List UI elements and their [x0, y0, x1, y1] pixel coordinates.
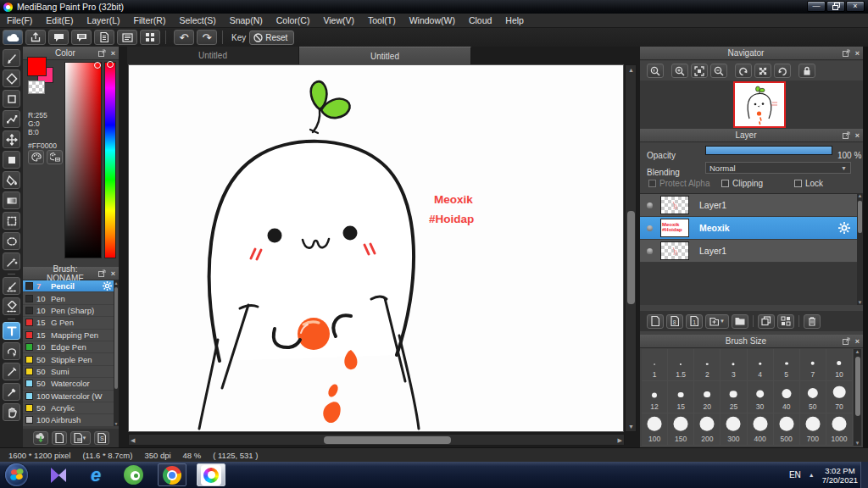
zoom-in-button[interactable]	[671, 64, 688, 78]
blending-dropdown[interactable]: Normal ▼	[705, 162, 851, 174]
saturation-value-box[interactable]	[64, 62, 102, 258]
brush-size-1000[interactable]: 1000	[826, 413, 853, 446]
brush-size-2[interactable]: 2	[694, 349, 721, 381]
layer-row-layer1[interactable]: Layer1	[640, 194, 857, 217]
canvas[interactable]: Meoxik #Hoidap	[128, 64, 624, 432]
brush-item-sumi[interactable]: 50Sumi	[23, 366, 114, 378]
rotate-left-button[interactable]	[735, 64, 752, 78]
menu-cloud[interactable]: Cloud	[462, 14, 498, 27]
publish-button[interactable]	[25, 30, 46, 45]
menu-tool[interactable]: Tool(T)	[361, 14, 403, 27]
pen-tool[interactable]	[3, 49, 20, 67]
clock[interactable]: 3:02 PM 7/20/2021	[822, 466, 858, 485]
layer-visibility-dot[interactable]	[647, 202, 653, 208]
brush-size-50[interactable]: 50	[800, 381, 826, 413]
brush-size-500[interactable]: 500	[774, 413, 800, 446]
close-icon[interactable]: ×	[852, 49, 863, 58]
zoom-out-button[interactable]	[710, 64, 727, 78]
move-tool[interactable]	[3, 130, 20, 148]
gear-icon[interactable]	[103, 281, 112, 291]
tab-untitled-2[interactable]: Untitled	[299, 47, 471, 64]
lock-checkbox[interactable]: Lock	[794, 179, 823, 188]
brush-item-g-pen[interactable]: 15G Pen	[23, 317, 114, 329]
hand-tool[interactable]	[3, 403, 20, 421]
bucket-tool[interactable]	[3, 171, 20, 189]
comment-list-button[interactable]	[71, 30, 92, 45]
brush-size-5[interactable]: 5	[774, 349, 800, 381]
reset-rotation-button[interactable]	[754, 64, 771, 78]
polyline-tool[interactable]	[3, 110, 20, 128]
start-button[interactable]	[5, 463, 28, 486]
operation-tool[interactable]	[3, 342, 20, 360]
hue-cursor[interactable]	[107, 61, 114, 68]
menu-layer[interactable]: Layer(L)	[80, 14, 126, 27]
new-8bit-layer-button[interactable]: 8	[666, 314, 683, 329]
sv-cursor[interactable]	[94, 62, 101, 69]
shape-brush-tool[interactable]	[3, 90, 20, 108]
popout-icon[interactable]	[841, 337, 852, 345]
menu-help[interactable]: Help	[498, 14, 531, 27]
layer-visibility-dot[interactable]	[647, 248, 653, 254]
menu-snap[interactable]: Snap(N)	[223, 14, 270, 27]
restore-button[interactable]	[826, 1, 845, 12]
hue-bar[interactable]	[104, 62, 116, 258]
protect-alpha-checkbox[interactable]: Protect Alpha	[648, 179, 709, 188]
palette-add-button[interactable]	[47, 150, 63, 164]
menu-filter[interactable]: Filter(R)	[127, 14, 173, 27]
taskbar-ie-icon[interactable]: e	[81, 463, 110, 486]
brush-size-1[interactable]: 1	[642, 349, 668, 381]
brush-item-pencil[interactable]: 7Pencil	[23, 280, 114, 292]
duplicate-layer-button[interactable]	[758, 314, 775, 329]
brush-size-700[interactable]: 700	[800, 413, 826, 446]
brush-script-button[interactable]: S	[94, 431, 109, 445]
layer-visibility-dot[interactable]	[647, 225, 653, 231]
taskbar-chrome-button[interactable]	[158, 463, 186, 486]
popout-icon[interactable]	[97, 269, 108, 277]
undo-button[interactable]: ↶	[174, 30, 194, 45]
brush-size-20[interactable]: 20	[694, 381, 721, 413]
tab-untitled-1[interactable]: Untitled	[127, 47, 299, 64]
primary-color-swatch[interactable]	[27, 57, 47, 76]
canvas-hscrollbar[interactable]: ◀ ▶	[128, 434, 625, 446]
brush-size-30[interactable]: 30	[748, 381, 774, 413]
brush-size-4[interactable]: 4	[748, 349, 774, 381]
cloud-button[interactable]	[3, 30, 23, 45]
brush-size-400[interactable]: 400	[748, 413, 774, 446]
language-indicator[interactable]: EN	[789, 470, 801, 480]
brush-item-pen[interactable]: 10Pen	[23, 292, 114, 304]
popout-icon[interactable]	[841, 49, 852, 57]
clipping-checkbox[interactable]: Clipping	[721, 179, 763, 188]
document-button[interactable]	[94, 30, 114, 45]
lock-button[interactable]	[798, 64, 815, 78]
select-eraser-tool[interactable]	[3, 297, 20, 315]
lasso-tool[interactable]	[3, 232, 20, 250]
taskbar-medibang-button[interactable]	[197, 463, 225, 486]
zoom-reset-button[interactable]	[647, 64, 664, 78]
eyedropper-tool[interactable]	[3, 383, 20, 401]
brush-size-200[interactable]: 200	[694, 413, 721, 446]
brush-size-7[interactable]: 7	[800, 349, 826, 381]
merge-layer-button[interactable]	[777, 314, 794, 329]
add-layer-dropdown-button[interactable]: ▼	[705, 314, 729, 329]
menu-select[interactable]: Select(S)	[172, 14, 222, 27]
brush-add-dropdown-button[interactable]: ▼	[70, 431, 91, 445]
navigator-thumbnail[interactable]	[733, 81, 786, 128]
brush-item-pen-sharp-[interactable]: 10Pen (Sharp)	[23, 305, 114, 317]
show-desktop-button[interactable]	[860, 462, 868, 488]
text-tool[interactable]	[3, 322, 20, 340]
gradient-tool[interactable]	[3, 191, 20, 209]
folder-button[interactable]	[732, 314, 748, 329]
brush-item-stipple-pen[interactable]: 50Stipple Pen	[23, 353, 114, 365]
gear-icon[interactable]	[838, 222, 850, 234]
rotate-right-button[interactable]	[774, 64, 791, 78]
brush-cloud-download-button[interactable]	[33, 431, 48, 445]
brush-size-300[interactable]: 300	[721, 413, 747, 446]
brush-size-70[interactable]: 70	[826, 381, 853, 413]
brush-size-scrollbar[interactable]: ▲▼	[854, 349, 861, 446]
brush-size-3[interactable]: 3	[721, 349, 747, 381]
brush-item-acrylic[interactable]: 50Acrylic	[23, 402, 114, 414]
brush-size-12[interactable]: 12	[642, 381, 668, 413]
close-icon[interactable]: ×	[108, 269, 119, 278]
brush-size-100[interactable]: 100	[642, 413, 668, 446]
popout-icon[interactable]	[97, 49, 108, 57]
